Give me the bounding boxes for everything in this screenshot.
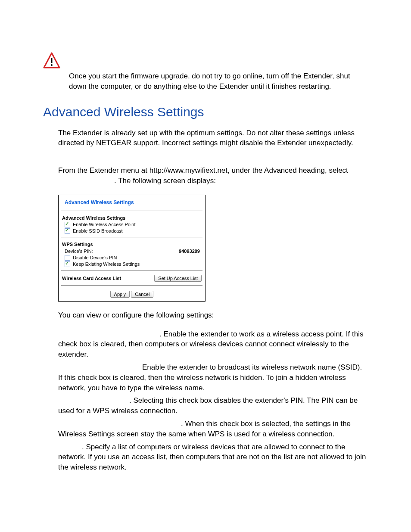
row-enable-ap: Enable Wireless Access Point: [59, 221, 205, 228]
desc-keep-existing: . When this check box is selected, the s…: [58, 419, 368, 439]
warning-icon: [43, 52, 60, 69]
panel-wps-label: WPS Settings: [59, 240, 205, 248]
checkbox-disable-pin[interactable]: [65, 255, 70, 261]
settings-intro: You can view or configure the following …: [43, 310, 368, 320]
row-disable-pin: Disable Device's PIN: [59, 255, 205, 261]
panel-button-row: Apply Cancel: [59, 288, 205, 298]
document-page: Once you start the firmware upgrade, do …: [0, 0, 411, 507]
warning-icon-wrap: [43, 52, 69, 69]
setup-access-list-button[interactable]: Set Up Access List: [154, 275, 202, 282]
row-access-list: Wireless Card Access List Set Up Access …: [59, 273, 205, 283]
desc-enable-ap: . Enable the extender to work as a wirel…: [58, 329, 368, 360]
panel-title: Advanced Wireless Settings: [61, 195, 202, 211]
desc-disable-pin: . Selecting this check box disables the …: [58, 395, 368, 416]
footer-rule: [43, 490, 368, 490]
desc-access-list: . Specify a list of computers or wireles…: [58, 442, 368, 473]
label-enable-ap: Enable Wireless Access Point: [73, 222, 136, 227]
desc-enable-ssid-text: Enable the extender to broadcast its wir…: [58, 363, 362, 392]
row-device-pin: Device's PIN: 94093209: [59, 248, 205, 255]
label-access-list: Wireless Card Access List: [62, 276, 121, 281]
desc-access-list-text: . Specify a list of computers or wireles…: [58, 443, 366, 472]
panel-divider-3: [61, 285, 202, 286]
checkbox-enable-ap[interactable]: [65, 222, 70, 227]
panel-divider: [61, 237, 202, 237]
settings-descriptions: . Enable the extender to work as a wirel…: [43, 329, 368, 473]
desc-disable-pin-text: . Selecting this check box disables the …: [58, 396, 358, 415]
nav-paragraph: From the Extender menu at http://www.myw…: [43, 165, 368, 186]
checkbox-keep-existing[interactable]: [65, 261, 70, 267]
warning-block: Once you start the firmware upgrade, do …: [43, 52, 368, 92]
settings-panel-screenshot: Advanced Wireless Settings Advanced Wire…: [58, 195, 206, 302]
label-device-pin: Device's PIN:: [65, 249, 93, 254]
section-heading: Advanced Wireless Settings: [43, 105, 368, 119]
label-disable-pin: Disable Device's PIN: [73, 255, 117, 260]
cancel-button[interactable]: Cancel: [131, 291, 153, 298]
panel-adv-label: Advanced Wireless Settings: [59, 214, 205, 221]
row-keep-existing: Keep Existing Wireless Settings: [59, 261, 205, 268]
warning-text: Once you start the firmware upgrade, do …: [69, 52, 368, 92]
nav-line-2: . The following screen displays:: [58, 176, 368, 186]
desc-keep-existing-text: . When this check box is selected, the s…: [58, 420, 351, 438]
panel-divider-2: [61, 270, 202, 271]
intro-paragraph: The Extender is already set up with the …: [43, 128, 368, 149]
label-keep-existing: Keep Existing Wireless Settings: [73, 261, 140, 267]
desc-enable-ap-text: . Enable the extender to work as a wirel…: [58, 330, 363, 359]
row-enable-ssid: Enable SSID Broadcast: [59, 228, 205, 234]
desc-enable-ssid: Enable the extender to broadcast its wir…: [58, 362, 368, 393]
nav-line-1: From the Extender menu at http://www.myw…: [58, 166, 348, 174]
label-enable-ssid: Enable SSID Broadcast: [73, 228, 123, 233]
value-device-pin: 94093209: [179, 249, 200, 254]
svg-point-2: [51, 64, 53, 66]
apply-button[interactable]: Apply: [110, 291, 130, 298]
checkbox-enable-ssid[interactable]: [65, 228, 70, 234]
